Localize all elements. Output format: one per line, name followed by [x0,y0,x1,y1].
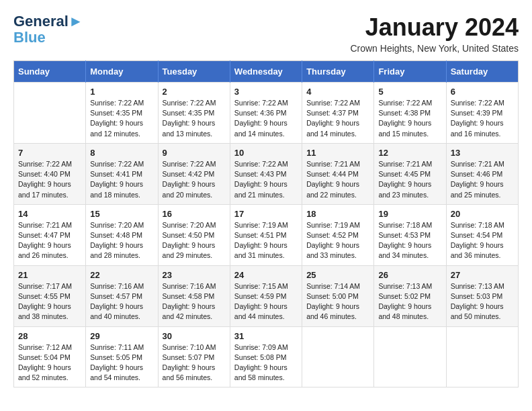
calendar-cell: 31Sunrise: 7:09 AM Sunset: 5:08 PM Dayli… [230,326,302,387]
location: Crown Heights, New York, United States [350,43,519,54]
calendar-cell [374,326,446,387]
month-title: January 2024 [350,13,519,42]
calendar-cell [14,83,86,144]
day-number: 31 [234,331,298,341]
day-info: Sunrise: 7:16 AM Sunset: 4:57 PM Dayligh… [90,281,153,322]
header-day-sunday: Sunday [14,61,86,83]
day-info: Sunrise: 7:13 AM Sunset: 5:02 PM Dayligh… [378,281,441,322]
calendar-cell: 13Sunrise: 7:21 AM Sunset: 4:46 PM Dayli… [446,143,518,204]
day-info: Sunrise: 7:21 AM Sunset: 4:44 PM Dayligh… [306,159,369,200]
header-day-saturday: Saturday [446,61,518,83]
calendar-cell: 1Sunrise: 7:22 AM Sunset: 4:35 PM Daylig… [86,83,158,144]
day-info: Sunrise: 7:13 AM Sunset: 5:03 PM Dayligh… [451,281,514,322]
calendar-cell: 8Sunrise: 7:22 AM Sunset: 4:41 PM Daylig… [86,143,158,204]
day-info: Sunrise: 7:19 AM Sunset: 4:52 PM Dayligh… [306,220,369,261]
calendar-cell: 23Sunrise: 7:16 AM Sunset: 4:58 PM Dayli… [158,265,230,326]
day-number: 10 [234,148,298,158]
day-number: 24 [234,270,298,280]
day-info: Sunrise: 7:19 AM Sunset: 4:51 PM Dayligh… [234,220,298,261]
day-info: Sunrise: 7:22 AM Sunset: 4:42 PM Dayligh… [163,159,226,200]
calendar-cell: 11Sunrise: 7:21 AM Sunset: 4:44 PM Dayli… [302,143,374,204]
calendar-cell: 10Sunrise: 7:22 AM Sunset: 4:43 PM Dayli… [230,143,302,204]
day-info: Sunrise: 7:21 AM Sunset: 4:45 PM Dayligh… [378,159,441,200]
day-number: 23 [163,270,226,280]
calendar-cell: 29Sunrise: 7:11 AM Sunset: 5:05 PM Dayli… [86,326,158,387]
calendar-cell: 12Sunrise: 7:21 AM Sunset: 4:45 PM Dayli… [374,143,446,204]
day-number: 20 [451,209,514,219]
calendar-cell: 22Sunrise: 7:16 AM Sunset: 4:57 PM Dayli… [86,265,158,326]
day-number: 21 [18,270,81,280]
day-info: Sunrise: 7:12 AM Sunset: 5:04 PM Dayligh… [18,342,81,383]
calendar-cell: 17Sunrise: 7:19 AM Sunset: 4:51 PM Dayli… [230,204,302,265]
calendar-cell: 18Sunrise: 7:19 AM Sunset: 4:52 PM Dayli… [302,204,374,265]
day-info: Sunrise: 7:18 AM Sunset: 4:54 PM Dayligh… [451,220,514,261]
day-number: 27 [451,270,514,280]
calendar-cell: 4Sunrise: 7:22 AM Sunset: 4:37 PM Daylig… [302,83,374,144]
calendar-cell: 20Sunrise: 7:18 AM Sunset: 4:54 PM Dayli… [446,204,518,265]
calendar-cell: 28Sunrise: 7:12 AM Sunset: 5:04 PM Dayli… [14,326,86,387]
calendar-cell: 5Sunrise: 7:22 AM Sunset: 4:38 PM Daylig… [374,83,446,144]
title-block: January 2024 Crown Heights, New York, Un… [350,13,519,54]
logo: General► Blue [13,13,83,46]
calendar-header-row: SundayMondayTuesdayWednesdayThursdayFrid… [14,61,519,83]
day-number: 15 [90,209,153,219]
day-number: 4 [306,87,369,97]
page-header: General► Blue January 2024 Crown Heights… [13,13,519,54]
calendar-cell [446,326,518,387]
day-info: Sunrise: 7:22 AM Sunset: 4:35 PM Dayligh… [90,98,153,139]
logo-text: General► Blue [13,13,83,46]
calendar-cell: 9Sunrise: 7:22 AM Sunset: 4:42 PM Daylig… [158,143,230,204]
day-number: 1 [90,87,153,97]
day-number: 8 [90,148,153,158]
day-info: Sunrise: 7:18 AM Sunset: 4:53 PM Dayligh… [378,220,441,261]
header-day-thursday: Thursday [302,61,374,83]
header-day-friday: Friday [374,61,446,83]
calendar-cell: 7Sunrise: 7:22 AM Sunset: 4:40 PM Daylig… [14,143,86,204]
day-number: 26 [378,270,441,280]
day-number: 14 [18,209,81,219]
day-info: Sunrise: 7:22 AM Sunset: 4:39 PM Dayligh… [451,98,514,139]
day-info: Sunrise: 7:20 AM Sunset: 4:48 PM Dayligh… [90,220,153,261]
header-day-monday: Monday [86,61,158,83]
day-number: 19 [378,209,441,219]
day-number: 3 [234,87,298,97]
day-number: 18 [306,209,369,219]
day-number: 12 [378,148,441,158]
calendar-cell: 15Sunrise: 7:20 AM Sunset: 4:48 PM Dayli… [86,204,158,265]
day-info: Sunrise: 7:22 AM Sunset: 4:43 PM Dayligh… [234,159,298,200]
header-day-tuesday: Tuesday [158,61,230,83]
day-number: 30 [163,331,226,341]
day-number: 13 [451,148,514,158]
calendar-week-row: 14Sunrise: 7:21 AM Sunset: 4:47 PM Dayli… [14,204,519,265]
day-number: 7 [18,148,81,158]
calendar-cell: 14Sunrise: 7:21 AM Sunset: 4:47 PM Dayli… [14,204,86,265]
day-info: Sunrise: 7:22 AM Sunset: 4:41 PM Dayligh… [90,159,153,200]
day-info: Sunrise: 7:22 AM Sunset: 4:37 PM Dayligh… [306,98,369,139]
day-info: Sunrise: 7:20 AM Sunset: 4:50 PM Dayligh… [163,220,226,261]
day-info: Sunrise: 7:22 AM Sunset: 4:35 PM Dayligh… [163,98,226,139]
day-info: Sunrise: 7:14 AM Sunset: 5:00 PM Dayligh… [306,281,369,322]
calendar-cell: 16Sunrise: 7:20 AM Sunset: 4:50 PM Dayli… [158,204,230,265]
day-number: 16 [163,209,226,219]
day-number: 28 [18,331,81,341]
day-number: 2 [163,87,226,97]
calendar-cell: 24Sunrise: 7:15 AM Sunset: 4:59 PM Dayli… [230,265,302,326]
calendar-table: SundayMondayTuesdayWednesdayThursdayFrid… [13,60,519,387]
day-info: Sunrise: 7:15 AM Sunset: 4:59 PM Dayligh… [234,281,298,322]
calendar-week-row: 28Sunrise: 7:12 AM Sunset: 5:04 PM Dayli… [14,326,519,387]
day-number: 5 [378,87,441,97]
calendar-cell: 30Sunrise: 7:10 AM Sunset: 5:07 PM Dayli… [158,326,230,387]
calendar-cell: 26Sunrise: 7:13 AM Sunset: 5:02 PM Dayli… [374,265,446,326]
day-number: 11 [306,148,369,158]
calendar-cell: 6Sunrise: 7:22 AM Sunset: 4:39 PM Daylig… [446,83,518,144]
day-number: 17 [234,209,298,219]
day-info: Sunrise: 7:21 AM Sunset: 4:47 PM Dayligh… [18,220,81,261]
day-info: Sunrise: 7:09 AM Sunset: 5:08 PM Dayligh… [234,342,298,383]
day-number: 25 [306,270,369,280]
day-info: Sunrise: 7:22 AM Sunset: 4:38 PM Dayligh… [378,98,441,139]
calendar-cell: 27Sunrise: 7:13 AM Sunset: 5:03 PM Dayli… [446,265,518,326]
calendar-cell: 25Sunrise: 7:14 AM Sunset: 5:00 PM Dayli… [302,265,374,326]
day-info: Sunrise: 7:10 AM Sunset: 5:07 PM Dayligh… [163,342,226,383]
calendar-cell: 21Sunrise: 7:17 AM Sunset: 4:55 PM Dayli… [14,265,86,326]
day-info: Sunrise: 7:16 AM Sunset: 4:58 PM Dayligh… [163,281,226,322]
